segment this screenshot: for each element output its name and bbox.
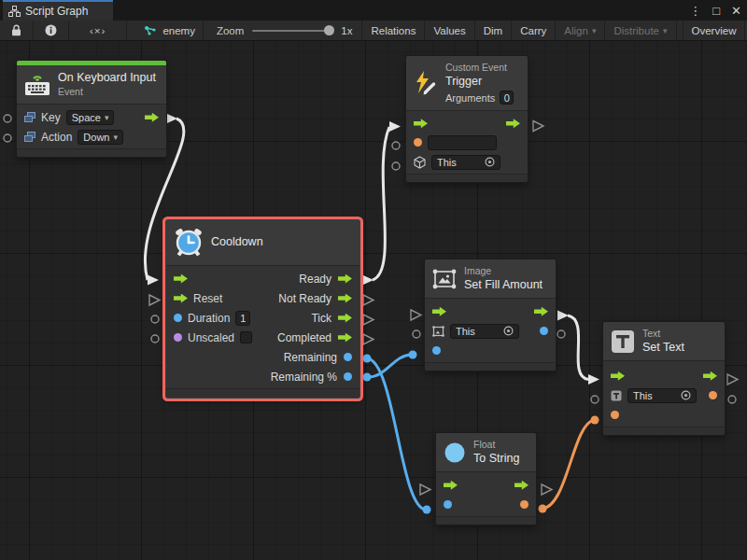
action-dropdown[interactable]: Down ▾ <box>78 130 123 145</box>
flow-output-glyph[interactable] <box>338 294 352 303</box>
port-cooldown-completed[interactable] <box>363 334 374 344</box>
target-field[interactable]: This <box>450 324 519 339</box>
key-dropdown[interactable]: Space ▾ <box>66 110 115 125</box>
relations-button[interactable]: Relations <box>362 21 425 40</box>
string-port-glyph[interactable] <box>520 500 529 509</box>
port-setfill-target[interactable] <box>413 330 420 338</box>
value-input-port-settext-text[interactable] <box>591 416 599 425</box>
port-setfill-flow-in[interactable] <box>411 310 421 320</box>
object-picker-icon[interactable] <box>681 390 691 400</box>
window-menu-icon[interactable]: ⋮ <box>689 4 701 18</box>
port-keyboard-key[interactable] <box>4 115 11 122</box>
value-output-port-remaining-pct[interactable] <box>363 373 372 382</box>
node-cooldown[interactable]: Cooldown Ready Reset Not Ready Duration … <box>166 220 359 398</box>
port-cooldown-not-ready[interactable] <box>363 295 374 305</box>
flow-output-port-keyboard[interactable] <box>166 114 177 124</box>
flow-output-glyph[interactable] <box>338 314 352 323</box>
flow-output-port-setfill[interactable] <box>557 311 569 321</box>
node-set-fill-amount[interactable]: Image Set Fill Amount <box>425 259 556 371</box>
object-picker-icon[interactable] <box>503 326 514 336</box>
close-icon[interactable]: ✕ <box>731 4 741 18</box>
zoom-slider-handle[interactable] <box>324 25 334 35</box>
graph-breadcrumb[interactable]: enemy <box>127 21 204 40</box>
flow-output-glyph[interactable] <box>506 119 520 128</box>
node-set-text[interactable]: Text Set Text This <box>603 322 725 435</box>
zoom-slider[interactable] <box>252 30 332 32</box>
target-field[interactable]: This <box>431 155 500 170</box>
value-output-port-remaining[interactable] <box>363 355 372 363</box>
dim-button[interactable]: Dim <box>475 21 512 40</box>
overview-button[interactable]: Overview <box>683 21 746 40</box>
string-port-glyph[interactable] <box>414 138 422 147</box>
distribute-dropdown[interactable]: Distribute ▾ <box>605 21 676 40</box>
unscaled-checkbox[interactable] <box>240 331 252 343</box>
flow-input-port-custom-event[interactable] <box>389 121 401 132</box>
flow-output-port-cooldown-ready[interactable] <box>362 275 374 286</box>
flow-input-port-cooldown[interactable] <box>148 275 159 286</box>
port-cooldown-reset[interactable] <box>149 295 160 305</box>
flow-output-glyph[interactable] <box>534 307 548 316</box>
port-cooldown-unscaled[interactable] <box>151 335 159 343</box>
string-port-glyph[interactable] <box>709 391 717 399</box>
port-settext-out-value[interactable] <box>728 396 736 403</box>
value-output-port-tostring[interactable] <box>539 505 547 513</box>
string-port-glyph[interactable] <box>611 411 619 419</box>
maximize-icon[interactable]: □ <box>712 4 720 18</box>
port-settext-target[interactable] <box>591 396 599 403</box>
flow-input-glyph[interactable] <box>414 119 428 128</box>
port-keyboard-action[interactable] <box>4 134 11 142</box>
float-port-glyph[interactable] <box>344 353 352 361</box>
port-cooldown-tick[interactable] <box>363 315 374 325</box>
info-button[interactable] <box>34 21 69 40</box>
event-name-input[interactable] <box>428 135 497 150</box>
align-dropdown[interactable]: Align ▾ <box>556 21 605 40</box>
wire-setfill-to-settext[interactable] <box>568 315 588 380</box>
node-on-keyboard-input[interactable]: On Keyboard Input Event Key Space ▾ <box>17 61 166 157</box>
bool-port-glyph[interactable] <box>174 333 182 342</box>
target-field[interactable]: This <box>627 388 697 403</box>
flow-input-glyph[interactable] <box>611 371 625 381</box>
port-row: Remaining <box>166 347 359 367</box>
lock-button[interactable] <box>0 21 34 40</box>
port-cooldown-duration[interactable] <box>151 315 159 323</box>
wire-remaining-pct-to-setfill[interactable] <box>367 355 412 377</box>
node-to-string[interactable]: Float To String <box>436 433 536 525</box>
port-custom-event-target[interactable] <box>392 162 400 170</box>
value-input-port-setfill-amount[interactable] <box>409 351 417 359</box>
port-tostring-flow-in[interactable] <box>420 484 430 495</box>
float-port-glyph[interactable] <box>174 314 182 322</box>
flow-output-glyph[interactable] <box>145 113 159 122</box>
flow-output-glyph[interactable] <box>514 481 529 490</box>
graph-canvas[interactable]: On Keyboard Input Event Key Space ▾ <box>0 41 747 560</box>
carry-button[interactable]: Carry <box>512 21 556 40</box>
port-tostring-flow-out[interactable] <box>542 484 552 495</box>
arguments-input[interactable]: 0 <box>500 91 514 105</box>
flow-input-glyph[interactable] <box>174 274 188 284</box>
target-value: This <box>437 157 457 168</box>
port-custom-event-out[interactable] <box>533 121 543 132</box>
duration-input[interactable]: 1 <box>235 311 250 326</box>
float-port-glyph[interactable] <box>540 327 548 335</box>
float-port-glyph[interactable] <box>444 500 452 509</box>
flow-output-glyph[interactable] <box>338 333 352 343</box>
object-picker-icon[interactable] <box>485 157 495 167</box>
wire-ready-to-custom-event[interactable] <box>373 127 389 280</box>
node-trigger-custom-event[interactable]: Custom Event Trigger Arguments 0 <box>406 56 528 182</box>
wire-remaining-to-tostring[interactable] <box>367 358 426 510</box>
float-port-glyph[interactable] <box>344 372 352 381</box>
connections-button[interactable]: ‹×› <box>69 21 127 40</box>
values-button[interactable]: Values <box>425 21 474 40</box>
flow-input-glyph[interactable] <box>174 294 188 303</box>
flow-output-glyph[interactable] <box>338 274 352 284</box>
value-input-port-tostring[interactable] <box>423 506 431 514</box>
flow-input-glyph[interactable] <box>432 307 446 316</box>
float-port-glyph[interactable] <box>432 346 441 355</box>
tab-script-graph[interactable]: Script Graph <box>3 0 113 21</box>
flow-input-glyph[interactable] <box>444 481 458 490</box>
flow-input-port-settext[interactable] <box>588 374 599 385</box>
wire-tostring-to-settext[interactable] <box>543 420 594 509</box>
port-custom-event-name[interactable] <box>392 142 400 149</box>
port-settext-flow-out[interactable] <box>727 374 738 385</box>
flow-output-glyph[interactable] <box>703 371 717 381</box>
port-setfill-out-value[interactable] <box>557 330 565 338</box>
